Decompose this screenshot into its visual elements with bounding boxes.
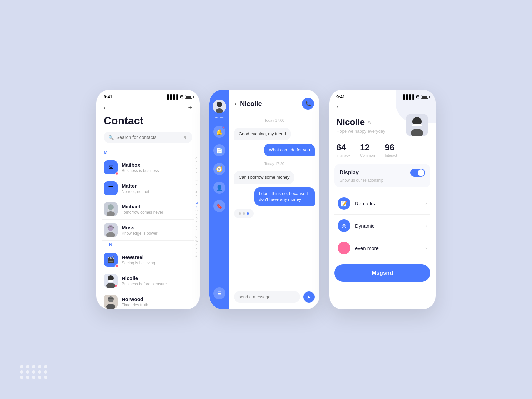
contact-info-mailbox: Mailbox Business is business — [122, 162, 192, 173]
contact-item-newsreel[interactable]: 🎬 Newsreel Seeing is believing — [102, 249, 194, 270]
add-contact-button[interactable]: + — [188, 103, 192, 112]
contact-name-matter: Matter — [122, 183, 192, 189]
contacts-icon: 👤 — [216, 185, 223, 191]
typing-indicator — [234, 209, 254, 218]
contact-list: ✉ Mailbox Business is business ☰ Matter … — [96, 157, 200, 309]
contact-item-moss[interactable]: Moss Knowledge is power — [102, 220, 194, 241]
contact-sub-moss: Knowledge is power — [122, 231, 192, 236]
svg-rect-3 — [108, 209, 109, 211]
edit-profile-icon[interactable]: ✎ — [367, 120, 371, 125]
svg-point-16 — [217, 102, 222, 107]
chat-back-button[interactable]: ‹ — [235, 100, 237, 107]
stat-num-common: 12 — [360, 142, 375, 153]
msg-bubble-1: Good evening, my friend — [234, 128, 291, 140]
avatar-michael — [104, 202, 118, 216]
typing-dot-1 — [239, 212, 241, 215]
notification-dot-newsreel — [115, 264, 118, 267]
send-icon: ➤ — [307, 294, 311, 300]
profile-top: Nicolle ✎ Hope we happy everyday — [329, 114, 436, 139]
svg-point-13 — [108, 296, 114, 302]
mic-icon: 🎙 — [183, 135, 188, 140]
sidebar-icon-bell[interactable]: 🔔 — [213, 126, 225, 138]
msg-wrap-2: What can I do for you — [234, 144, 315, 156]
dots-grid — [20, 365, 48, 379]
msg-wrap-3: Can I borrow some money — [234, 171, 315, 184]
sidebar-username: Asuna — [215, 116, 224, 119]
sidebar-bottom: ☰ — [213, 287, 225, 299]
display-label: Display — [340, 170, 359, 176]
contact-sub-newsreel: Seeing is believing — [122, 261, 192, 265]
chevron-dynamic: › — [425, 223, 427, 228]
contact-name-newsreel: Newsreel — [122, 254, 192, 260]
svg-rect-4 — [112, 209, 114, 211]
phone-chat: Asuna 🔔 📄 🧭 👤 🔖 ☰ — [209, 90, 319, 309]
contact-item-norwood[interactable]: Norwood Time tries truth — [102, 291, 194, 309]
chevron-more: › — [425, 245, 427, 251]
dynamic-icon: ◎ — [342, 223, 346, 229]
action-list: 📝 Remarks › ◎ Dynamic › ··· even more › — [329, 193, 436, 259]
stat-intimacy: 64 Intimacy — [336, 142, 350, 157]
contacts-nav-row: ‹ + — [96, 102, 200, 115]
contact-info-matter: Matter No root, no fruit — [122, 183, 192, 194]
chat-sidebar: Asuna 🔔 📄 🧭 👤 🔖 ☰ — [209, 90, 229, 309]
svg-rect-11 — [108, 280, 113, 282]
chat-main: ‹ Nicolle 📞 Today 17:00 Good evening, my… — [229, 90, 319, 309]
sidebar-icon-bookmark[interactable]: 🔖 — [213, 200, 225, 212]
chat-input-bar: ➤ — [229, 287, 319, 309]
call-button[interactable]: 📞 — [302, 98, 314, 110]
back-button[interactable]: ‹ — [104, 104, 106, 111]
compass-icon: 🧭 — [216, 166, 223, 172]
contact-item-matter[interactable]: ☰ Matter No root, no fruit — [102, 178, 194, 199]
action-item-remarks[interactable]: 📝 Remarks › — [334, 193, 430, 215]
status-bar-1: 9:41 ▐▐▐▐ ∈ — [96, 90, 200, 102]
wifi-icon-3: ∈ — [416, 94, 419, 99]
contact-sub-mailbox: Business is business — [122, 168, 192, 173]
contact-info-norwood: Norwood Time tries truth — [122, 296, 192, 307]
search-icon: 🔍 — [108, 135, 114, 140]
svg-point-6 — [108, 225, 114, 231]
avatar-norwood — [104, 295, 118, 309]
search-input[interactable] — [116, 135, 181, 140]
svg-rect-21 — [412, 124, 422, 126]
sidebar-icon-contacts[interactable]: 👤 — [213, 182, 225, 194]
stat-interact: 96 Interact — [385, 142, 397, 157]
status-icons-1: ▐▐▐▐ ∈ — [166, 94, 192, 99]
profile-avatar-large — [406, 114, 428, 136]
chevron-remarks: › — [425, 201, 427, 206]
more-options-button[interactable]: ··· — [421, 103, 428, 110]
action-item-more[interactable]: ··· even more › — [334, 237, 430, 259]
msg-bubble-4: I don't think so, because I don't have a… — [254, 187, 315, 206]
timestamp-2: Today 17:20 — [234, 162, 315, 166]
toggle-switch[interactable] — [410, 169, 425, 177]
sidebar-icon-menu[interactable]: ☰ — [213, 287, 225, 299]
typing-dot-3 — [247, 212, 249, 215]
sidebar-icon-doc[interactable]: 📄 — [213, 144, 225, 156]
contact-sub-michael: Tomorrow comes never — [122, 210, 192, 215]
stat-num-intimacy: 64 — [336, 142, 350, 153]
msg-wrap-typing — [234, 209, 315, 218]
action-icon-more: ··· — [338, 242, 350, 254]
contact-item-nicolle[interactable]: Nicolle Business before pleasure — [102, 270, 194, 291]
contact-item-michael[interactable]: Michael Tomorrow comes never — [102, 199, 194, 220]
sidebar-user-section: Asuna — [213, 100, 226, 119]
phone-contacts: 9:41 ▐▐▐▐ ∈ ‹ + Contact 🔍 🎙 A B C D E — [96, 90, 200, 309]
hamburger-icon: ☰ — [217, 291, 222, 296]
signal-icon-3: ▐▐▐▐ — [402, 94, 414, 99]
notification-dot-nicolle — [115, 285, 118, 288]
signal-icon: ▐▐▐▐ — [166, 94, 178, 99]
chat-input[interactable] — [234, 291, 300, 303]
status-icons-3: ▐▐▐▐ ∈ — [402, 94, 428, 99]
avatar-nicolle — [104, 274, 118, 288]
section-label-m: M — [96, 148, 200, 157]
search-bar[interactable]: 🔍 🎙 — [104, 132, 192, 143]
action-item-dynamic[interactable]: ◎ Dynamic › — [334, 215, 430, 237]
display-sub: Show us our relationship — [340, 178, 425, 183]
sidebar-icon-compass[interactable]: 🧭 — [213, 163, 225, 175]
msgsnd-button[interactable]: Msgsnd — [334, 264, 430, 282]
contact-item-mailbox[interactable]: ✉ Mailbox Business is business — [102, 157, 194, 178]
send-button[interactable]: ➤ — [303, 291, 315, 303]
notification-indicator — [222, 126, 225, 129]
stat-num-interact: 96 — [385, 142, 397, 153]
contact-name-norwood: Norwood — [122, 296, 192, 302]
profile-back-button[interactable]: ‹ — [336, 103, 338, 110]
